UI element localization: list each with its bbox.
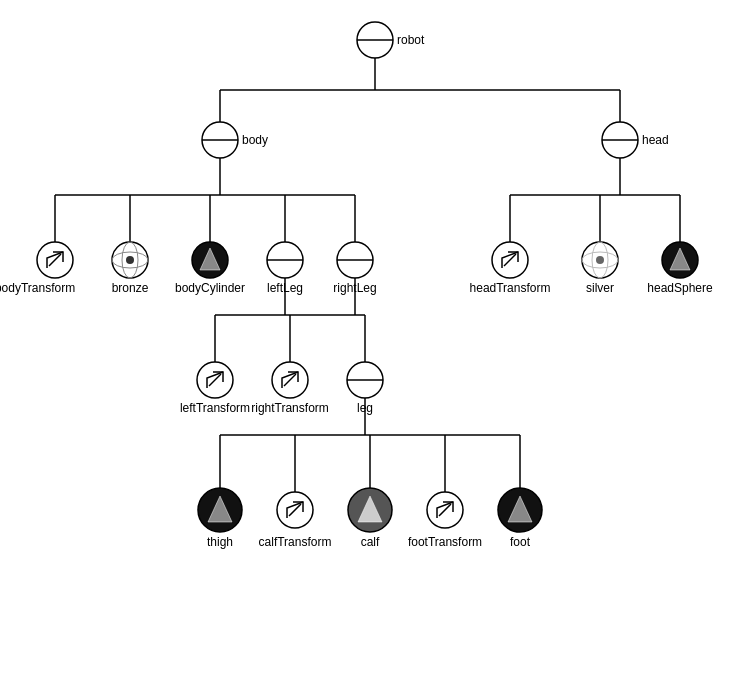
label-calf-transform: calfTransform (259, 535, 332, 549)
label-head: head (642, 133, 669, 147)
label-leg: leg (357, 401, 373, 415)
label-body: body (242, 133, 268, 147)
label-body-transform: bodyTransform (0, 281, 75, 295)
node-left-transform: leftTransform (180, 362, 250, 415)
label-bronze: bronze (112, 281, 149, 295)
label-calf: calf (361, 535, 380, 549)
node-robot: robot (357, 22, 425, 58)
node-foot-transform: footTransform (408, 492, 482, 549)
label-head-transform: headTransform (470, 281, 551, 295)
node-leg: leg (347, 362, 383, 415)
label-left-transform: leftTransform (180, 401, 250, 415)
label-foot: foot (510, 535, 531, 549)
label-thigh: thigh (207, 535, 233, 549)
label-left-leg: leftLeg (267, 281, 303, 295)
node-calf: calf (348, 488, 392, 549)
node-body-cylinder: bodyCylinder (175, 242, 245, 295)
node-body-transform: bodyTransform (0, 242, 75, 295)
label-right-leg: rightLeg (333, 281, 376, 295)
node-calf-transform: calfTransform (259, 492, 332, 549)
node-foot: foot (498, 488, 542, 549)
node-left-leg: leftLeg (267, 242, 303, 295)
node-head: head (602, 122, 669, 158)
node-head-transform: headTransform (470, 242, 551, 295)
node-bronze: bronze (112, 242, 149, 295)
label-foot-transform: footTransform (408, 535, 482, 549)
svg-point-52 (596, 256, 604, 264)
label-silver: silver (586, 281, 614, 295)
node-head-sphere: headSphere (647, 242, 713, 295)
node-body: body (202, 122, 268, 158)
scene-graph: robot body head bodyTransform bronze bod… (0, 0, 750, 675)
label-head-sphere: headSphere (647, 281, 713, 295)
node-right-leg: rightLeg (333, 242, 376, 295)
svg-point-40 (126, 256, 134, 264)
node-thigh: thigh (198, 488, 242, 549)
label-right-transform: rightTransform (251, 401, 329, 415)
node-silver: silver (582, 242, 618, 295)
label-robot: robot (397, 33, 425, 47)
node-right-transform: rightTransform (251, 362, 329, 415)
label-body-cylinder: bodyCylinder (175, 281, 245, 295)
